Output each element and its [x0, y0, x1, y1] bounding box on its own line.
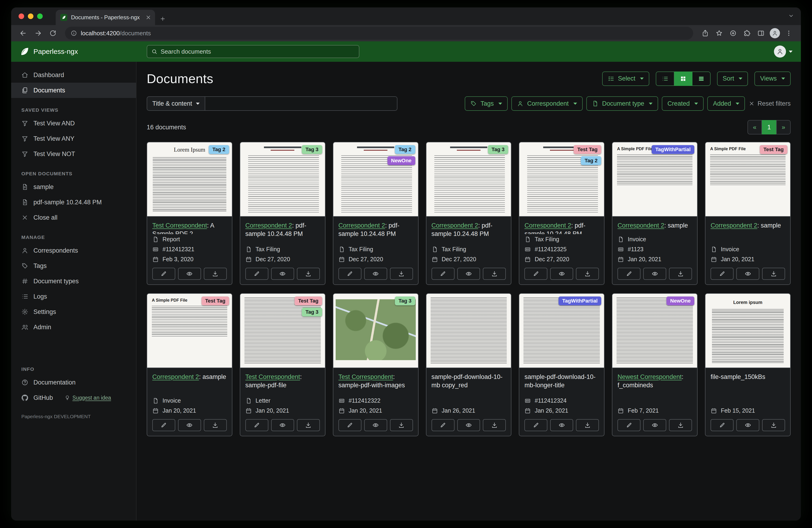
download-button[interactable]	[576, 268, 599, 280]
tab-search-chevron-icon[interactable]	[788, 13, 794, 19]
sidebar-item-tags[interactable]: Tags	[11, 258, 136, 273]
view-list-button[interactable]	[656, 72, 675, 86]
download-button[interactable]	[297, 268, 320, 280]
address-bar[interactable]: localhost:4200/documents	[65, 27, 693, 40]
edit-button[interactable]	[618, 268, 640, 280]
download-button[interactable]	[390, 268, 413, 280]
edit-button[interactable]	[711, 419, 734, 431]
document-thumbnail[interactable]	[426, 294, 511, 368]
sidebar-item-settings[interactable]: Settings	[11, 304, 136, 319]
sidebar-item-open-doc-sample[interactable]: sample	[11, 179, 136, 195]
download-button[interactable]	[576, 419, 599, 431]
suggest-idea-link[interactable]: Suggest an idea	[64, 395, 111, 401]
view-button[interactable]	[364, 419, 387, 431]
profile-avatar-icon[interactable]	[768, 27, 781, 40]
site-info-icon[interactable]	[71, 30, 77, 37]
correspondent-link[interactable]: Correspondent 2	[711, 222, 757, 229]
view-details-button[interactable]	[693, 72, 711, 86]
tag-badge[interactable]: Test Tag	[294, 297, 322, 305]
view-button[interactable]	[736, 268, 759, 280]
document-thumbnail[interactable]: Test TagTag 2	[519, 142, 604, 217]
sidebar-item-dashboard[interactable]: Dashboard	[11, 67, 136, 83]
correspondent-link[interactable]: Newest Correspondent	[618, 373, 682, 380]
document-thumbnail[interactable]: A Simple PDF File Test Tag	[147, 294, 232, 368]
edit-button[interactable]	[524, 419, 547, 431]
document-thumbnail[interactable]: Tag 3	[240, 142, 325, 217]
edit-button[interactable]	[432, 268, 454, 280]
view-button[interactable]	[736, 419, 759, 431]
download-button[interactable]	[297, 419, 320, 431]
sidebar-item-saved-view-any[interactable]: Test View ANY	[11, 131, 136, 146]
edit-button[interactable]	[432, 419, 454, 431]
edit-button[interactable]	[245, 268, 269, 280]
edit-button[interactable]	[338, 419, 361, 431]
tag-badge[interactable]: Test Tag	[574, 145, 601, 154]
tag-badge[interactable]: Test Tag	[202, 297, 229, 305]
download-button[interactable]	[669, 419, 692, 431]
download-button[interactable]	[204, 268, 227, 280]
sort-button[interactable]: Sort	[717, 72, 748, 86]
tag-badge[interactable]: NewOne	[388, 156, 415, 165]
app-brand[interactable]: Paperless-ngx	[19, 47, 78, 56]
tag-badge[interactable]: NewOne	[666, 297, 694, 305]
document-thumbnail[interactable]: Test TagTag 3	[240, 294, 325, 368]
correspondent-link[interactable]: Correspondent 2	[338, 222, 385, 229]
view-button[interactable]	[271, 268, 294, 280]
reload-button[interactable]	[46, 27, 59, 40]
minimize-window-button[interactable]	[28, 13, 33, 19]
correspondent-link[interactable]: Correspondent 2	[618, 222, 664, 229]
tag-badge[interactable]: Tag 3	[395, 297, 415, 305]
correspondent-link[interactable]: Correspondent 2	[524, 222, 571, 229]
view-button[interactable]	[550, 419, 573, 431]
view-button[interactable]	[550, 268, 573, 280]
document-thumbnail[interactable]: A Simple PDF File Test Tag	[706, 142, 790, 217]
bookmark-star-icon[interactable]	[713, 27, 726, 40]
download-button[interactable]	[762, 268, 785, 280]
document-thumbnail[interactable]: TagWithPartial	[519, 294, 604, 368]
sidebar-item-saved-view-not[interactable]: Test View NOT	[11, 146, 136, 161]
document-thumbnail[interactable]: Tag 2NewOne	[333, 142, 418, 217]
view-button[interactable]	[178, 419, 201, 431]
menu-dots-icon[interactable]	[782, 27, 795, 40]
tag-badge[interactable]: Tag 2	[209, 145, 229, 154]
view-button[interactable]	[643, 268, 666, 280]
close-window-button[interactable]	[18, 13, 24, 19]
edit-button[interactable]	[152, 419, 175, 431]
document-thumbnail[interactable]: Tag 3	[426, 142, 511, 217]
side-panel-icon[interactable]	[754, 27, 767, 40]
view-button[interactable]	[643, 419, 666, 431]
edit-button[interactable]	[711, 268, 734, 280]
document-thumbnail[interactable]: A Simple PDF File TagWithPartial	[612, 142, 697, 217]
tag-badge[interactable]: TagWithPartial	[559, 297, 601, 305]
view-button[interactable]	[364, 268, 387, 280]
reset-filters-button[interactable]: Reset filters	[749, 100, 791, 107]
tags-filter-button[interactable]: Tags	[465, 96, 508, 111]
user-menu[interactable]	[774, 45, 793, 58]
document-thumbnail[interactable]: Lorem ipsum	[706, 294, 790, 368]
tag-badge[interactable]: Tag 2	[395, 145, 415, 154]
download-button[interactable]	[204, 419, 227, 431]
global-search[interactable]	[147, 45, 359, 58]
share-icon[interactable]	[699, 27, 712, 40]
edit-button[interactable]	[245, 419, 269, 431]
document-thumbnail[interactable]: Tag 3	[333, 294, 418, 368]
view-button[interactable]	[178, 268, 201, 280]
download-button[interactable]	[762, 419, 785, 431]
new-tab-button[interactable]	[160, 16, 166, 22]
sidebar-item-close-all[interactable]: Close all	[11, 210, 136, 225]
filter-text-input[interactable]	[205, 96, 397, 111]
edit-button[interactable]	[524, 268, 547, 280]
sidebar-item-correspondents[interactable]: Correspondents	[11, 243, 136, 258]
correspondent-filter-button[interactable]: Correspondent	[511, 96, 583, 111]
correspondent-link[interactable]: Test Correspondent	[338, 373, 393, 380]
tag-badge[interactable]: Tag 3	[302, 145, 322, 154]
document-thumbnail[interactable]: Lorem Ipsum Tag 2	[147, 142, 232, 217]
pagination-page-1-button[interactable]: 1	[762, 120, 776, 134]
sidebar-item-saved-view-and[interactable]: Test View AND	[11, 116, 136, 131]
download-button[interactable]	[483, 419, 506, 431]
view-grid-button[interactable]	[675, 72, 693, 86]
extensions-puzzle-icon[interactable]	[740, 27, 754, 40]
sidebar-item-open-doc-pdf-sample[interactable]: pdf-sample 10.24.48 PM	[11, 195, 136, 210]
sidebar-item-document-types[interactable]: Document types	[11, 273, 136, 289]
maximize-window-button[interactable]	[37, 13, 43, 19]
